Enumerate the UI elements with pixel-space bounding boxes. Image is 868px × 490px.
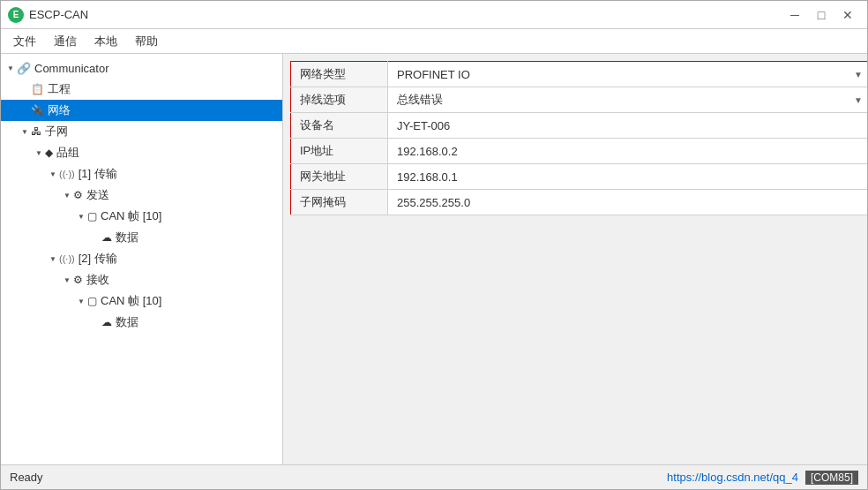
maximize-button[interactable]: □ (809, 5, 834, 25)
status-text: Ready (10, 471, 43, 484)
close-button[interactable]: ✕ (835, 5, 860, 25)
tree-node-communicator[interactable]: ▼🔗Communicator (1, 57, 282, 79)
config-panel: 网络类型PROFINET IO▼掉线选项总线错误▼设备名JY-ET-006IP地… (283, 54, 867, 464)
menu-local[interactable]: 本地 (86, 31, 126, 52)
menu-comm[interactable]: 通信 (45, 31, 86, 52)
config-row-0: 网络类型PROFINET IO▼ (291, 62, 868, 87)
minimize-button[interactable]: ─ (782, 5, 807, 25)
tree-panel: ▼🔗Communicator 📋工程 🔌网络▼🖧子网▼◆品组▼((·))[1] … (1, 54, 283, 464)
config-row-2: 设备名JY-ET-006 (291, 113, 868, 139)
config-label-3: IP地址 (291, 139, 388, 164)
config-row-4: 网关地址192.168.0.1 (291, 164, 868, 190)
app-icon: E (8, 7, 24, 23)
tree-node-data2[interactable]: ☁数据 (1, 312, 282, 333)
tree-label: [1] 传输 (79, 166, 117, 182)
config-value-4: 192.168.0.1 (388, 164, 868, 190)
config-value-2: JY-ET-006 (388, 113, 868, 139)
tree-node-can_frame1[interactable]: ▼▢CAN 帧 [10] (1, 206, 282, 227)
dropdown-arrow-1[interactable]: ▼ (854, 95, 863, 105)
config-row-1: 掉线选项总线错误▼ (291, 87, 868, 113)
com-port-badge: [COM85] (805, 471, 858, 485)
tree-node-subnet[interactable]: ▼🖧子网 (1, 121, 282, 142)
config-value-5: 255.255.255.0 (388, 190, 868, 215)
tree-label: [2] 传输 (79, 251, 117, 267)
window-controls: ─ □ ✕ (782, 5, 860, 25)
config-value-1[interactable]: 总线错误▼ (388, 87, 868, 113)
tree-node-project[interactable]: 📋工程 (1, 79, 282, 100)
config-value-3: 192.168.0.2 (388, 139, 868, 164)
dropdown-arrow-0[interactable]: ▼ (854, 70, 863, 79)
config-label-1: 掉线选项 (291, 87, 388, 113)
tree-node-group[interactable]: ▼◆品组 (1, 142, 282, 163)
config-row-5: 子网掩码255.255.255.0 (291, 190, 868, 215)
tree-node-data1[interactable]: ☁数据 (1, 227, 282, 248)
tree-label: 品组 (56, 145, 79, 161)
menu-bar: 文件 通信 本地 帮助 (1, 29, 867, 54)
config-label-5: 子网掩码 (291, 190, 388, 215)
tree-label: 发送 (86, 187, 109, 203)
config-row-3: IP地址192.168.0.2 (291, 139, 868, 164)
tree-label: Communicator (34, 62, 109, 75)
window-title: ESCP-CAN (29, 8, 782, 21)
tree-node-send[interactable]: ▼⚙发送 (1, 185, 282, 206)
title-bar: E ESCP-CAN ─ □ ✕ (1, 1, 867, 29)
main-area: ▼🔗Communicator 📋工程 🔌网络▼🖧子网▼◆品组▼((·))[1] … (1, 54, 867, 464)
tree-label: 子网 (45, 124, 68, 139)
config-value-0[interactable]: PROFINET IO▼ (388, 62, 868, 87)
tree-label: CAN 帧 [10] (101, 208, 161, 224)
tree-label: 数据 (116, 230, 138, 245)
main-window: E ESCP-CAN ─ □ ✕ 文件 通信 本地 帮助 ▼🔗Communica… (0, 0, 868, 490)
status-right: https://blog.csdn.net/qq_4 [COM85] (667, 471, 858, 485)
tree-node-trans1[interactable]: ▼((·))[1] 传输 (1, 163, 282, 185)
status-bar: Ready https://blog.csdn.net/qq_4 [COM85] (1, 464, 867, 489)
tree-label: CAN 帧 [10] (101, 293, 161, 309)
tree-node-trans2[interactable]: ▼((·))[2] 传输 (1, 248, 282, 269)
config-label-4: 网关地址 (291, 164, 388, 190)
config-label-2: 设备名 (291, 113, 388, 139)
tree-label: 网络 (48, 102, 71, 118)
status-link[interactable]: https://blog.csdn.net/qq_4 (667, 471, 798, 484)
config-label-0: 网络类型 (291, 62, 388, 87)
tree-node-recv[interactable]: ▼⚙接收 (1, 269, 282, 290)
menu-file[interactable]: 文件 (4, 31, 45, 52)
tree-label: 接收 (86, 272, 109, 288)
tree-label: 工程 (48, 81, 71, 97)
tree-node-network[interactable]: 🔌网络 (1, 100, 282, 121)
tree-node-can_frame2[interactable]: ▼▢CAN 帧 [10] (1, 290, 282, 312)
tree-label: 数据 (116, 314, 138, 330)
menu-help[interactable]: 帮助 (126, 31, 167, 52)
config-table: 网络类型PROFINET IO▼掉线选项总线错误▼设备名JY-ET-006IP地… (290, 61, 867, 215)
